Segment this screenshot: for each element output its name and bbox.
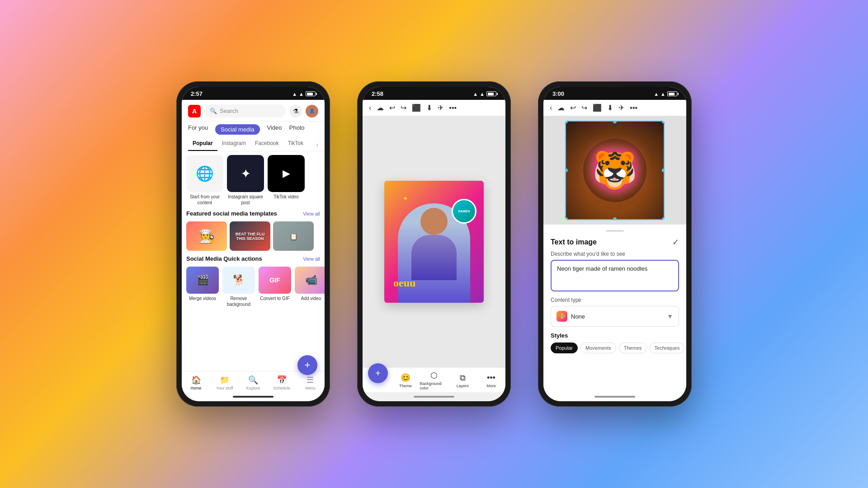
cloud-icon-3[interactable]: ☁ [557, 103, 565, 112]
share-icon-2[interactable]: ✈ [438, 103, 443, 112]
theme-icon: 😊 [401, 373, 410, 383]
status-bar-3: 3:00 ▲ ▲ [543, 87, 686, 100]
styles-label: Styles [551, 332, 679, 339]
tab-social-media[interactable]: Social media [215, 124, 259, 135]
time-2: 2:58 [372, 90, 383, 97]
signal-icon-2: ▲ [473, 91, 478, 97]
download-icon-3[interactable]: ⬇ [607, 103, 613, 112]
tiger-image-container: 🐯 [565, 121, 665, 220]
undo-icon-3[interactable]: ↩ [570, 103, 576, 112]
qa-gif-label: Convert to GIF [260, 296, 290, 301]
featured-card-2[interactable]: BEAT THE FLU THIS SEASON [230, 221, 270, 251]
tab-instagram[interactable]: Instagram [217, 138, 250, 151]
featured-card-3[interactable]: 📋 [273, 221, 314, 251]
qa-remove-label: Remove background [222, 296, 255, 307]
quick-actions-view-all[interactable]: View all [303, 256, 320, 262]
redo-icon-3[interactable]: ↪ [581, 103, 587, 112]
fab-button[interactable]: + [297, 355, 317, 375]
panel-title-row: Text to image ✓ [551, 237, 679, 247]
avatar-icon[interactable]: 👤 [306, 105, 318, 117]
tool-theme[interactable]: 😊 Theme [391, 373, 420, 388]
content-type-dropdown[interactable]: 🎨 None ▼ [551, 306, 679, 327]
tool-more[interactable]: ••• More [477, 373, 505, 388]
style-tab-techniques[interactable]: Techniques [650, 343, 685, 353]
qa-merge-videos[interactable]: 🎬 Merge videos [186, 267, 219, 307]
featured-view-all[interactable]: View all [303, 211, 320, 216]
section-tabs: Popular Instagram Facebook TikTok › [182, 135, 325, 151]
content-type-value: None [571, 313, 585, 320]
home-indicator-3 [543, 392, 686, 401]
ramen-badge: RAMEN [452, 199, 476, 224]
tab-photo[interactable]: Photo [289, 124, 305, 135]
tab-facebook[interactable]: Facebook [250, 138, 283, 151]
fab-button-2[interactable]: + [368, 363, 388, 383]
canvas-signature: oeuu [393, 277, 415, 289]
quick-actions-title: Social Media Quick actions [186, 255, 262, 262]
qa-remove-bg[interactable]: 🐕 Remove background [222, 267, 255, 307]
phone-2: 2:58 ▲ ▲ ‹ ☁ ↩ ↪ ⬛ ⬇ ✈ ••• ✦ ✦ ✦ [357, 81, 511, 407]
phone-1-content: 🌐 Start from your content ✦ Instagram sq… [182, 151, 325, 371]
redo-icon-2[interactable]: ↪ [401, 103, 406, 112]
chevron-right-icon[interactable]: › [316, 138, 318, 151]
qa-convert-gif[interactable]: GIF Convert to GIF [259, 267, 291, 307]
copy-icon-2[interactable]: ⬛ [412, 103, 421, 112]
qa-merge-label: Merge videos [189, 296, 216, 301]
template-tiktok-label: TikTok video [274, 194, 298, 200]
copy-icon-3[interactable]: ⬛ [593, 103, 602, 112]
search-placeholder: Search [220, 108, 238, 114]
tool-bg-color[interactable]: ⬡ Background color [420, 371, 448, 390]
download-icon-2[interactable]: ⬇ [426, 103, 432, 112]
tab-popular[interactable]: Popular [188, 138, 217, 151]
stuff-icon: 📁 [220, 375, 230, 385]
schedule-icon: 📅 [277, 375, 287, 385]
bn-menu[interactable]: ☰ Menu [296, 375, 325, 390]
signal-icon: ▲ [292, 91, 297, 97]
style-tab-movements[interactable]: Movements [580, 343, 616, 353]
bn-schedule[interactable]: 📅 Schedule [268, 375, 296, 390]
phone-3-toolbar: ‹ ☁ ↩ ↪ ⬛ ⬇ ✈ ••• [543, 100, 686, 116]
template-tiktok[interactable]: ▶ TikTok video [268, 155, 305, 206]
tab-for-you[interactable]: For you [188, 124, 208, 135]
qa-add-video[interactable]: 📹 Add video [295, 267, 325, 307]
search-icon: 🔍 [210, 108, 217, 114]
featured-header: Featured social media templates View all [186, 210, 320, 217]
signal-icon-3: ▲ [654, 91, 659, 97]
bn-home[interactable]: 🏠 Home [182, 375, 210, 390]
drag-handle[interactable] [606, 230, 624, 232]
confirm-checkmark[interactable]: ✓ [672, 237, 679, 247]
describe-label: Describe what you'd like to see [551, 251, 679, 257]
tiger-image: 🐯 [565, 121, 665, 220]
style-tab-popular[interactable]: Popular [551, 343, 578, 353]
status-icons-3: ▲ ▲ [654, 91, 677, 97]
star-1: ✦ [402, 194, 408, 203]
battery-icon-2 [486, 91, 496, 96]
styles-section: Styles Popular Movements Themes Techniqu… [551, 332, 679, 353]
more-icon-3[interactable]: ••• [630, 104, 637, 112]
share-icon-3[interactable]: ✈ [618, 103, 624, 112]
template-instagram[interactable]: ✦ Instagram square post [227, 155, 264, 206]
style-tab-themes[interactable]: Themes [619, 343, 647, 353]
template-start-content[interactable]: 🌐 Start from your content [186, 155, 223, 206]
tab-video[interactable]: Video [267, 124, 282, 135]
back-icon-3[interactable]: ‹ [550, 104, 552, 112]
wifi-icon-3: ▲ [660, 91, 665, 97]
search-bar[interactable]: 🔍 Search [204, 104, 286, 117]
text-to-image-input[interactable]: Neon tiger made of ramen noodles [551, 260, 679, 291]
tab-tiktok[interactable]: TikTok [283, 138, 308, 151]
flask-icon[interactable]: ⚗ [289, 105, 302, 117]
cloud-icon-2[interactable]: ☁ [377, 103, 384, 112]
featured-card-1[interactable]: 👨‍🍳 [186, 221, 227, 251]
wifi-icon-2: ▲ [480, 91, 485, 97]
bn-explore[interactable]: 🔍 Explore [239, 375, 267, 390]
bn-your-stuff[interactable]: 📁 Your stuff [210, 375, 239, 390]
tool-layers[interactable]: ⧉ Layers [448, 373, 477, 388]
input-text: Neon tiger made of ramen noodles [557, 265, 647, 272]
adobe-logo[interactable]: A [188, 105, 201, 117]
instagram-icon: ✦ [241, 166, 251, 181]
battery-icon-3 [667, 91, 677, 96]
back-icon-2[interactable]: ‹ [369, 104, 371, 112]
content-type-label: Content type [551, 297, 679, 303]
phone-1-navbar: A 🔍 Search ⚗ 👤 [182, 100, 325, 122]
more-icon-2[interactable]: ••• [449, 104, 457, 112]
undo-icon-2[interactable]: ↩ [389, 103, 395, 112]
